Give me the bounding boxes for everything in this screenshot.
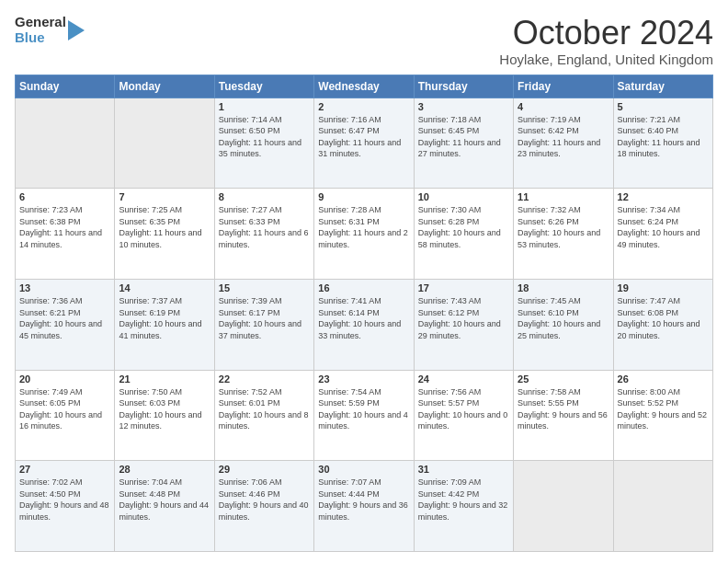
day-number: 9 [318, 191, 409, 202]
table-row: 2 Sunrise: 7:16 AMSunset: 6:47 PMDayligh… [314, 98, 414, 189]
day-number: 31 [418, 464, 509, 475]
table-row: 26 Sunrise: 8:00 AMSunset: 5:52 PMDaylig… [613, 370, 712, 461]
day-detail: Sunrise: 7:16 AMSunset: 6:47 PMDaylight:… [318, 114, 409, 160]
day-number: 22 [219, 373, 310, 385]
calendar-row: 13 Sunrise: 7:36 AMSunset: 6:21 PMDaylig… [16, 279, 713, 370]
table-row: 12 Sunrise: 7:34 AMSunset: 6:24 PMDaylig… [613, 189, 712, 280]
table-row [115, 98, 214, 189]
day-detail: Sunrise: 7:21 AMSunset: 6:40 PMDaylight:… [618, 114, 709, 160]
title-block: October 2024 Hoylake, England, United Ki… [499, 15, 713, 67]
table-row: 21 Sunrise: 7:50 AMSunset: 6:03 PMDaylig… [115, 370, 214, 461]
col-thursday: Thursday [414, 75, 513, 98]
table-row: 31 Sunrise: 7:09 AMSunset: 4:42 PMDaylig… [414, 461, 513, 552]
table-row: 14 Sunrise: 7:37 AMSunset: 6:19 PMDaylig… [115, 279, 214, 370]
col-tuesday: Tuesday [214, 75, 313, 98]
day-number: 7 [119, 191, 210, 202]
day-detail: Sunrise: 7:23 AMSunset: 6:38 PMDaylight:… [19, 204, 110, 250]
day-number: 12 [618, 191, 709, 202]
day-number: 28 [119, 464, 210, 475]
table-row: 10 Sunrise: 7:30 AMSunset: 6:28 PMDaylig… [414, 189, 513, 280]
table-row: 22 Sunrise: 7:52 AMSunset: 6:01 PMDaylig… [214, 370, 313, 461]
table-row [514, 461, 613, 552]
table-row [16, 98, 115, 189]
table-row: 25 Sunrise: 7:58 AMSunset: 5:55 PMDaylig… [514, 370, 613, 461]
day-detail: Sunrise: 7:14 AMSunset: 6:50 PMDaylight:… [219, 114, 310, 160]
calendar-row: 20 Sunrise: 7:49 AMSunset: 6:05 PMDaylig… [16, 370, 713, 461]
day-detail: Sunrise: 7:18 AMSunset: 6:45 PMDaylight:… [418, 114, 509, 160]
day-number: 24 [418, 373, 509, 385]
table-row: 9 Sunrise: 7:28 AMSunset: 6:31 PMDayligh… [314, 189, 414, 280]
day-detail: Sunrise: 7:32 AMSunset: 6:26 PMDaylight:… [518, 204, 609, 250]
day-number: 2 [318, 101, 409, 112]
day-number: 15 [219, 282, 310, 293]
day-number: 4 [518, 101, 609, 112]
calendar-table: Sunday Monday Tuesday Wednesday Thursday… [15, 75, 713, 552]
table-row: 27 Sunrise: 7:02 AMSunset: 4:50 PMDaylig… [16, 461, 115, 552]
table-row: 6 Sunrise: 7:23 AMSunset: 6:38 PMDayligh… [16, 189, 115, 280]
day-number: 13 [19, 282, 110, 293]
day-detail: Sunrise: 7:54 AMSunset: 5:59 PMDaylight:… [318, 386, 409, 432]
logo-general: General [15, 15, 66, 30]
day-detail: Sunrise: 7:30 AMSunset: 6:28 PMDaylight:… [418, 204, 509, 250]
day-number: 10 [418, 191, 509, 202]
table-row: 8 Sunrise: 7:27 AMSunset: 6:33 PMDayligh… [214, 189, 313, 280]
col-wednesday: Wednesday [314, 75, 414, 98]
col-sunday: Sunday [16, 75, 115, 98]
table-row: 23 Sunrise: 7:54 AMSunset: 5:59 PMDaylig… [314, 370, 414, 461]
day-detail: Sunrise: 7:34 AMSunset: 6:24 PMDaylight:… [618, 204, 709, 250]
col-monday: Monday [115, 75, 214, 98]
svg-marker-0 [68, 20, 85, 40]
day-number: 26 [618, 373, 709, 385]
day-detail: Sunrise: 7:19 AMSunset: 6:42 PMDaylight:… [518, 114, 609, 160]
day-number: 23 [318, 373, 409, 385]
day-detail: Sunrise: 8:00 AMSunset: 5:52 PMDaylight:… [618, 386, 709, 432]
table-row: 29 Sunrise: 7:06 AMSunset: 4:46 PMDaylig… [214, 461, 313, 552]
page: General Blue October 2024 Hoylake, Engla… [0, 0, 728, 563]
table-row: 13 Sunrise: 7:36 AMSunset: 6:21 PMDaylig… [16, 279, 115, 370]
day-detail: Sunrise: 7:27 AMSunset: 6:33 PMDaylight:… [219, 204, 310, 250]
logo-arrow-icon [68, 20, 85, 40]
location: Hoylake, England, United Kingdom [499, 52, 713, 67]
day-detail: Sunrise: 7:37 AMSunset: 6:19 PMDaylight:… [119, 295, 210, 341]
table-row: 18 Sunrise: 7:45 AMSunset: 6:10 PMDaylig… [514, 279, 613, 370]
day-detail: Sunrise: 7:58 AMSunset: 5:55 PMDaylight:… [518, 386, 609, 432]
table-row: 3 Sunrise: 7:18 AMSunset: 6:45 PMDayligh… [414, 98, 513, 189]
day-detail: Sunrise: 7:39 AMSunset: 6:17 PMDaylight:… [219, 295, 310, 341]
col-saturday: Saturday [613, 75, 712, 98]
table-row: 16 Sunrise: 7:41 AMSunset: 6:14 PMDaylig… [314, 279, 414, 370]
day-number: 1 [219, 101, 310, 112]
calendar-row: 6 Sunrise: 7:23 AMSunset: 6:38 PMDayligh… [16, 189, 713, 280]
day-detail: Sunrise: 7:36 AMSunset: 6:21 PMDaylight:… [19, 295, 110, 341]
day-number: 19 [618, 282, 709, 293]
day-number: 8 [219, 191, 310, 202]
day-detail: Sunrise: 7:02 AMSunset: 4:50 PMDaylight:… [19, 477, 110, 523]
logo-blue: Blue [15, 30, 66, 46]
table-row: 5 Sunrise: 7:21 AMSunset: 6:40 PMDayligh… [613, 98, 712, 189]
table-row: 7 Sunrise: 7:25 AMSunset: 6:35 PMDayligh… [115, 189, 214, 280]
day-detail: Sunrise: 7:41 AMSunset: 6:14 PMDaylight:… [318, 295, 409, 341]
day-detail: Sunrise: 7:06 AMSunset: 4:46 PMDaylight:… [219, 477, 310, 523]
day-detail: Sunrise: 7:45 AMSunset: 6:10 PMDaylight:… [518, 295, 609, 341]
table-row [613, 461, 712, 552]
table-row: 24 Sunrise: 7:56 AMSunset: 5:57 PMDaylig… [414, 370, 513, 461]
day-number: 30 [318, 464, 409, 475]
day-number: 20 [19, 373, 110, 385]
table-row: 28 Sunrise: 7:04 AMSunset: 4:48 PMDaylig… [115, 461, 214, 552]
day-detail: Sunrise: 7:56 AMSunset: 5:57 PMDaylight:… [418, 386, 509, 432]
day-number: 25 [518, 373, 609, 385]
day-number: 17 [418, 282, 509, 293]
day-detail: Sunrise: 7:50 AMSunset: 6:03 PMDaylight:… [119, 386, 210, 432]
day-detail: Sunrise: 7:25 AMSunset: 6:35 PMDaylight:… [119, 204, 210, 250]
day-number: 27 [19, 464, 110, 475]
table-row: 15 Sunrise: 7:39 AMSunset: 6:17 PMDaylig… [214, 279, 313, 370]
day-detail: Sunrise: 7:09 AMSunset: 4:42 PMDaylight:… [418, 477, 509, 523]
table-row: 30 Sunrise: 7:07 AMSunset: 4:44 PMDaylig… [314, 461, 414, 552]
day-number: 11 [518, 191, 609, 202]
day-number: 3 [418, 101, 509, 112]
day-number: 16 [318, 282, 409, 293]
day-detail: Sunrise: 7:52 AMSunset: 6:01 PMDaylight:… [219, 386, 310, 432]
table-row: 20 Sunrise: 7:49 AMSunset: 6:05 PMDaylig… [16, 370, 115, 461]
day-number: 14 [119, 282, 210, 293]
day-number: 5 [618, 101, 709, 112]
col-friday: Friday [514, 75, 613, 98]
